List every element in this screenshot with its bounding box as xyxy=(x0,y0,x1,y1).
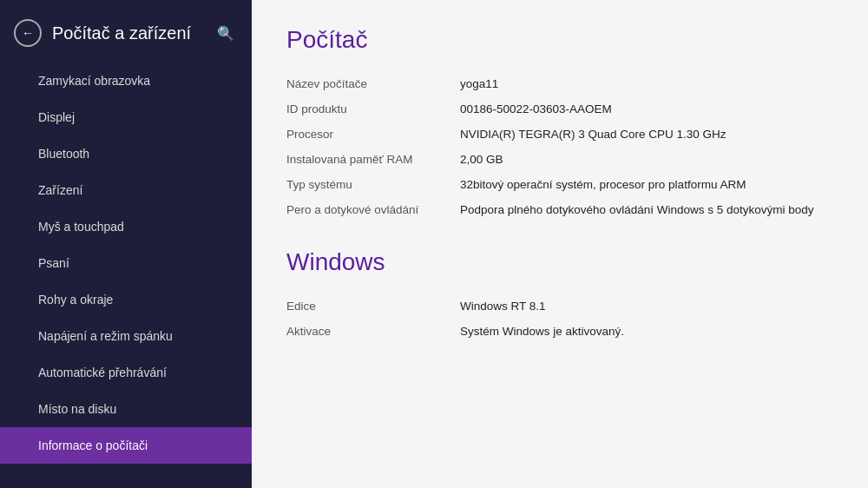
sidebar-header: ← Počítač a zařízení 🔍 xyxy=(0,0,252,63)
sidebar: ← Počítač a zařízení 🔍 Zamykací obrazovk… xyxy=(0,0,252,488)
computer-row-value-0: yoga11 xyxy=(460,71,833,96)
computer-row-label-3: Instalovaná paměť RAM xyxy=(286,147,460,172)
sidebar-item-5[interactable]: Psaní xyxy=(0,245,252,281)
computer-row-value-5: Podpora plného dotykového ovládání Windo… xyxy=(460,197,833,222)
computer-row-value-1: 00186-50022-03603-AAOEM xyxy=(460,96,833,122)
computer-row-value-4: 32bitový operační systém, procesor pro p… xyxy=(460,172,833,197)
computer-row-label-1: ID produktu xyxy=(286,96,460,122)
computer-row-4: Typ systému32bitový operační systém, pro… xyxy=(286,172,833,197)
computer-row-0: Název počítačeyoga11 xyxy=(286,71,833,96)
sidebar-item-0[interactable]: Zamykací obrazovka xyxy=(0,63,252,99)
windows-row-1: AktivaceSystém Windows je aktivovaný. xyxy=(286,319,833,344)
computer-row-2: ProcesorNVIDIA(R) TEGRA(R) 3 Quad Core C… xyxy=(286,122,833,147)
back-button[interactable]: ← xyxy=(14,19,42,47)
sidebar-item-1[interactable]: Displej xyxy=(0,99,252,135)
computer-row-3: Instalovaná paměť RAM2,00 GB xyxy=(286,147,833,172)
computer-row-label-4: Typ systému xyxy=(286,172,460,197)
sidebar-title: Počítač a zařízení xyxy=(52,23,207,43)
windows-info-table: EdiceWindows RT 8.1AktivaceSystém Window… xyxy=(286,293,833,344)
windows-row-label-0: Edice xyxy=(286,293,460,319)
sidebar-nav: Zamykací obrazovkaDisplejBluetoothZaříze… xyxy=(0,63,252,488)
computer-row-5: Pero a dotykové ovládáníPodpora plného d… xyxy=(286,197,833,222)
back-icon: ← xyxy=(22,26,34,40)
computer-row-label-0: Název počítače xyxy=(286,71,460,96)
computer-row-1: ID produktu00186-50022-03603-AAOEM xyxy=(286,96,833,122)
computer-row-value-2: NVIDIA(R) TEGRA(R) 3 Quad Core CPU 1.30 … xyxy=(460,122,833,147)
sidebar-item-6[interactable]: Rohy a okraje xyxy=(0,281,252,318)
sidebar-item-10[interactable]: Informace o počítači xyxy=(0,427,252,464)
computer-row-value-3: 2,00 GB xyxy=(460,147,833,172)
windows-row-value-0: Windows RT 8.1 xyxy=(460,293,833,319)
sidebar-item-9[interactable]: Místo na disku xyxy=(0,391,252,427)
sidebar-item-8[interactable]: Automatické přehrávání xyxy=(0,354,252,391)
sidebar-item-7[interactable]: Napájení a režim spánku xyxy=(0,318,252,354)
main-content: Počítač Název počítačeyoga11ID produktu0… xyxy=(252,0,868,488)
windows-section-title: Windows xyxy=(286,248,833,276)
sidebar-item-3[interactable]: Zařízení xyxy=(0,172,252,208)
windows-row-0: EdiceWindows RT 8.1 xyxy=(286,293,833,319)
windows-row-label-1: Aktivace xyxy=(286,319,460,344)
computer-row-label-2: Procesor xyxy=(286,122,460,147)
sidebar-item-4[interactable]: Myš a touchpad xyxy=(0,208,252,245)
computer-info-table: Název počítačeyoga11ID produktu00186-500… xyxy=(286,71,833,222)
windows-row-value-1: Systém Windows je aktivovaný. xyxy=(460,319,833,344)
computer-row-label-5: Pero a dotykové ovládání xyxy=(286,197,460,222)
search-icon[interactable]: 🔍 xyxy=(217,25,234,42)
sidebar-item-2[interactable]: Bluetooth xyxy=(0,135,252,172)
computer-section-title: Počítač xyxy=(286,26,833,54)
